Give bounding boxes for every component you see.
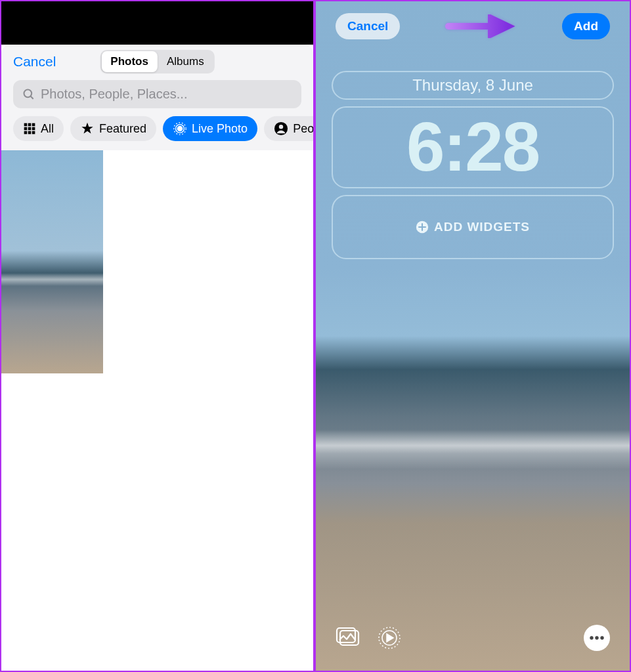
lock-screen-editor: Cancel Add Thursday, 8 June 6:28 ADD WID…	[315, 0, 631, 672]
arrow-annotation	[445, 14, 517, 38]
photos-icon-button[interactable]	[336, 626, 362, 650]
filter-live-photo[interactable]: Live Photo	[163, 116, 257, 141]
add-widgets-label: ADD WIDGETS	[434, 220, 530, 234]
cancel-button[interactable]: Cancel	[336, 13, 400, 39]
clock-area: Thursday, 8 June 6:28 ADD WIDGETS	[316, 45, 630, 259]
svg-point-21	[590, 636, 593, 639]
photo-thumbnail[interactable]	[1, 150, 103, 373]
add-button[interactable]: Add	[562, 13, 610, 39]
filter-row: All Featured Live Photo People	[1, 116, 313, 150]
filter-label: All	[41, 122, 54, 136]
clock-widget[interactable]: 6:28	[332, 106, 614, 188]
picker-header: Cancel Photos Albums	[1, 45, 313, 76]
bottom-toolbar	[336, 625, 610, 651]
filter-people[interactable]: People	[264, 116, 313, 141]
segment-albums[interactable]: Albums	[158, 51, 213, 72]
date-widget[interactable]: Thursday, 8 June	[332, 71, 614, 100]
svg-rect-3	[28, 123, 32, 127]
star-icon	[80, 121, 95, 136]
svg-rect-8	[24, 131, 28, 135]
live-photo-icon	[173, 121, 187, 136]
svg-point-11	[177, 126, 182, 131]
clock-time: 6:28	[333, 108, 613, 187]
status-bar-area	[1, 1, 313, 45]
svg-point-22	[595, 636, 598, 639]
live-photo-icon	[378, 626, 401, 650]
svg-rect-6	[28, 127, 32, 131]
segment-photos[interactable]: Photos	[101, 51, 158, 72]
svg-point-23	[600, 636, 603, 639]
search-input[interactable]	[41, 87, 292, 102]
segment-control: Photos Albums	[100, 50, 214, 74]
filter-label: Featured	[99, 122, 146, 136]
person-icon	[274, 121, 288, 136]
filter-label: Live Photo	[192, 122, 248, 136]
grid-icon	[23, 122, 36, 135]
ellipsis-icon	[590, 636, 604, 640]
search-bar[interactable]	[13, 80, 301, 108]
svg-rect-9	[28, 131, 32, 135]
svg-rect-2	[24, 123, 28, 127]
search-icon	[22, 88, 35, 101]
filter-all[interactable]: All	[13, 116, 64, 141]
add-widgets-button[interactable]: ADD WIDGETS	[332, 195, 614, 259]
photo-grid	[1, 150, 313, 671]
live-photo-icon-button[interactable]	[376, 626, 403, 650]
svg-rect-5	[24, 127, 28, 131]
svg-rect-7	[32, 127, 35, 131]
more-button[interactable]	[584, 625, 610, 651]
svg-point-15	[279, 125, 283, 129]
svg-rect-4	[32, 123, 35, 127]
svg-line-1	[31, 96, 33, 98]
svg-point-0	[24, 89, 32, 97]
photos-icon	[336, 627, 362, 649]
filter-featured[interactable]: Featured	[70, 116, 156, 141]
svg-rect-10	[32, 131, 35, 135]
filter-label: People	[293, 122, 313, 136]
plus-circle-icon	[416, 220, 429, 234]
editor-top-bar: Cancel Add	[316, 1, 630, 45]
photo-picker-screen: Cancel Photos Albums All Featured Live P…	[0, 0, 315, 672]
picker-sheet: Cancel Photos Albums All Featured Live P…	[1, 45, 313, 150]
bottom-left-icons	[336, 626, 403, 650]
wave-overlay	[316, 430, 630, 469]
cancel-button[interactable]: Cancel	[13, 54, 56, 70]
